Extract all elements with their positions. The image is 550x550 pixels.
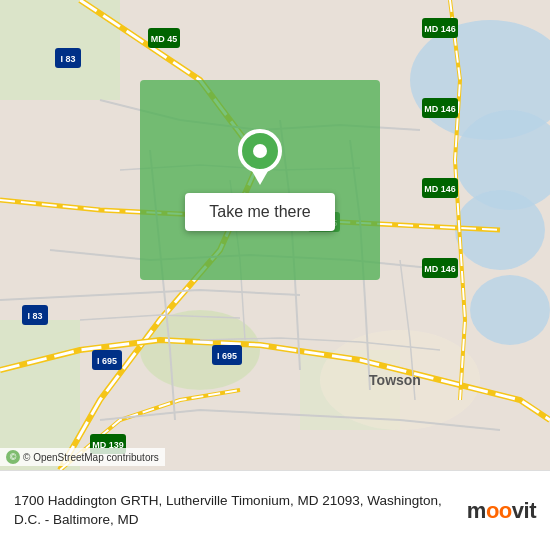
svg-text:MD 146: MD 146 xyxy=(424,104,456,114)
moovit-logo: moovit xyxy=(467,498,536,524)
svg-text:I 695: I 695 xyxy=(97,356,117,366)
svg-point-4 xyxy=(470,275,550,345)
svg-text:MD 146: MD 146 xyxy=(424,184,456,194)
info-bar: 1700 Haddington GRTH, Lutherville Timoni… xyxy=(0,470,550,550)
svg-text:I 695: I 695 xyxy=(217,351,237,361)
address-text: 1700 Haddington GRTH, Lutherville Timoni… xyxy=(14,492,457,530)
svg-text:MD 146: MD 146 xyxy=(424,264,456,274)
moovit-brand-text: moovit xyxy=(467,498,536,524)
svg-text:Towson: Towson xyxy=(369,372,421,388)
map-highlight-box: Take me there xyxy=(140,80,380,280)
take-me-there-button[interactable]: Take me there xyxy=(185,193,334,231)
location-pin-icon xyxy=(238,129,282,181)
osm-logo-icon: © xyxy=(6,450,20,464)
svg-text:I 83: I 83 xyxy=(27,311,42,321)
svg-text:I 83: I 83 xyxy=(60,54,75,64)
svg-text:MD 146: MD 146 xyxy=(424,24,456,34)
svg-text:MD 45: MD 45 xyxy=(151,34,178,44)
osm-attribution: © © OpenStreetMap contributors xyxy=(0,448,165,466)
map-container: I 83 I 83 MD 45 MD 45 I 695 I 695 MD 139… xyxy=(0,0,550,470)
